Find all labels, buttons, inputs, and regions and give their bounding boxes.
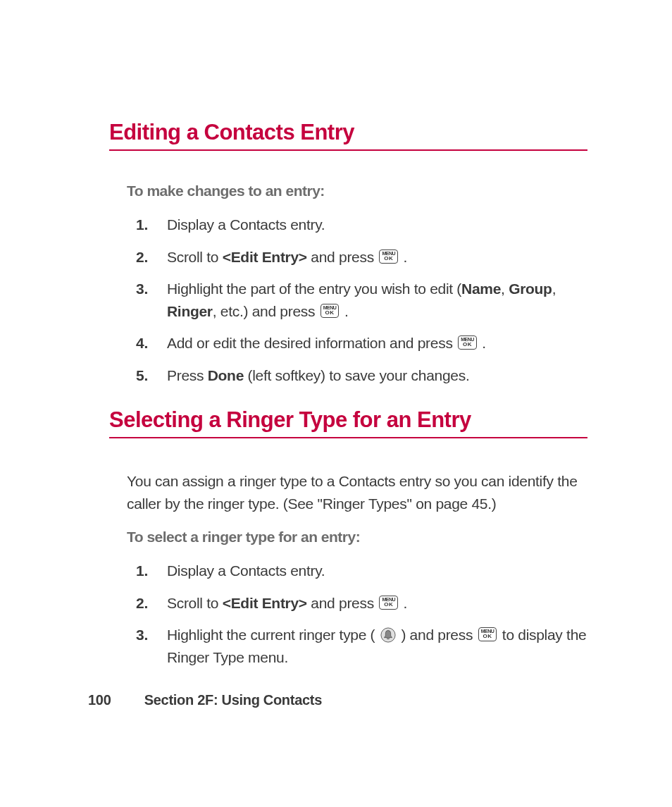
menu-ok-key-icon: MENUOK xyxy=(321,304,340,318)
step-text: . xyxy=(399,249,407,265)
step-text: Display a Contacts entry. xyxy=(167,562,325,579)
page-footer: 100 Section 2F: Using Contacts xyxy=(88,692,322,708)
step-number: 3. xyxy=(136,278,148,300)
step-item: 2. Scroll to <Edit Entry> and press MENU… xyxy=(151,592,587,615)
step-text: Scroll to xyxy=(167,595,223,611)
field-group: Group xyxy=(509,281,552,297)
step-item: 2. Scroll to <Edit Entry> and press MENU… xyxy=(151,246,587,269)
step-item: 4. Add or edit the desired information a… xyxy=(151,332,587,355)
step-number: 1. xyxy=(136,214,148,236)
step-text: Highlight the current ringer type ( xyxy=(167,627,379,643)
menu-ok-key-icon: MENUOK xyxy=(458,335,477,350)
step-text: . xyxy=(340,303,348,319)
menu-ok-key-icon: MENUOK xyxy=(379,596,398,610)
step-item: 1. Display a Contacts entry. xyxy=(151,214,587,236)
section-title: Section 2F: Using Contacts xyxy=(144,692,322,708)
step-text: Highlight the part of the entry you wish… xyxy=(167,281,461,297)
step-number: 1. xyxy=(136,560,148,582)
step-item: 3. Highlight the current ringer type ( )… xyxy=(151,624,587,668)
step-item: 5. Press Done (left softkey) to save you… xyxy=(151,364,587,387)
menu-label-edit-entry: <Edit Entry> xyxy=(223,249,307,265)
step-item: 3. Highlight the part of the entry you w… xyxy=(151,278,587,322)
step-text: (left softkey) to save your changes. xyxy=(244,367,469,383)
step-text: Add or edit the desired information and … xyxy=(167,335,456,351)
bell-icon xyxy=(380,627,396,642)
heading-selecting-ringer: Selecting a Ringer Type for an Entry xyxy=(109,407,587,438)
step-text: , xyxy=(501,281,509,297)
menu-ok-key-icon: MENUOK xyxy=(478,627,497,641)
step-number: 2. xyxy=(136,246,148,269)
field-ringer: Ringer xyxy=(167,303,213,319)
subheading-select-ringer: To select a ringer type for an entry: xyxy=(127,529,587,546)
field-name: Name xyxy=(461,281,501,297)
softkey-done: Done xyxy=(208,367,244,383)
step-text: and press xyxy=(307,595,378,611)
step-text: Scroll to xyxy=(167,249,223,265)
step-text: . xyxy=(399,595,407,611)
subheading-make-changes: To make changes to an entry: xyxy=(127,183,587,199)
step-text: , etc.) and press xyxy=(213,303,319,319)
step-number: 4. xyxy=(136,332,148,355)
step-number: 5. xyxy=(136,364,148,387)
steps-list-1: 1. Display a Contacts entry. 2. Scroll t… xyxy=(109,214,587,386)
steps-list-2: 1. Display a Contacts entry. 2. Scroll t… xyxy=(109,560,587,668)
menu-label-edit-entry: <Edit Entry> xyxy=(223,595,307,611)
step-text: ) and press xyxy=(397,627,477,643)
step-text: Display a Contacts entry. xyxy=(167,216,325,233)
body-paragraph: You can assign a ringer type to a Contac… xyxy=(127,470,587,515)
step-text: , xyxy=(552,281,556,297)
step-text: Press xyxy=(167,367,208,383)
step-number: 3. xyxy=(136,624,148,646)
heading-editing-contacts: Editing a Contacts Entry xyxy=(109,120,587,151)
step-text: . xyxy=(478,335,486,351)
step-text: and press xyxy=(307,249,378,265)
step-number: 2. xyxy=(136,592,148,615)
page-number: 100 xyxy=(88,692,111,708)
step-item: 1. Display a Contacts entry. xyxy=(151,560,587,582)
document-page: Editing a Contacts Entry To make changes… xyxy=(0,0,672,668)
menu-ok-key-icon: MENUOK xyxy=(379,250,398,264)
